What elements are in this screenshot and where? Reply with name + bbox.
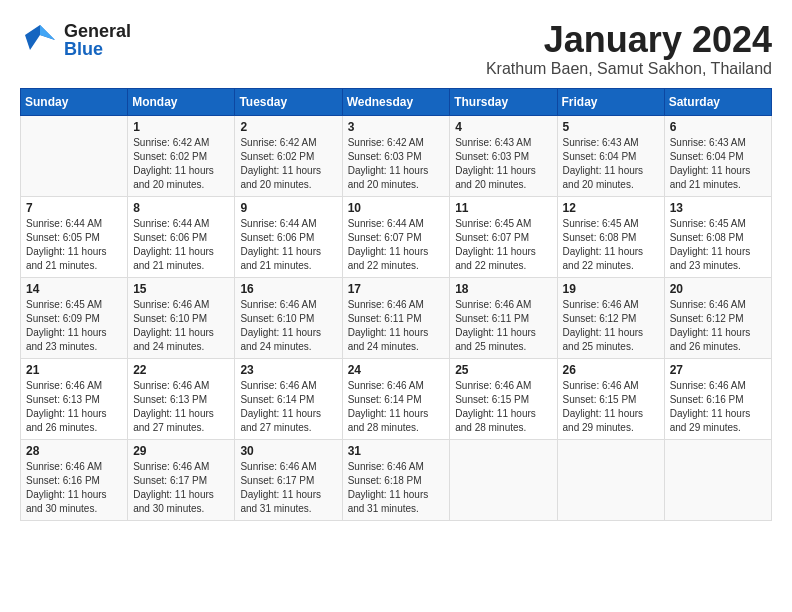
day-number: 17: [348, 282, 445, 296]
day-number: 13: [670, 201, 766, 215]
day-info: Sunrise: 6:44 AM Sunset: 6:05 PM Dayligh…: [26, 217, 122, 273]
calendar-cell: 17Sunrise: 6:46 AM Sunset: 6:11 PM Dayli…: [342, 277, 450, 358]
day-info: Sunrise: 6:46 AM Sunset: 6:14 PM Dayligh…: [348, 379, 445, 435]
day-number: 26: [563, 363, 659, 377]
calendar-cell: 24Sunrise: 6:46 AM Sunset: 6:14 PM Dayli…: [342, 358, 450, 439]
calendar-body: 1Sunrise: 6:42 AM Sunset: 6:02 PM Daylig…: [21, 115, 772, 520]
calendar-week-row: 21Sunrise: 6:46 AM Sunset: 6:13 PM Dayli…: [21, 358, 772, 439]
day-info: Sunrise: 6:46 AM Sunset: 6:15 PM Dayligh…: [455, 379, 551, 435]
day-info: Sunrise: 6:46 AM Sunset: 6:14 PM Dayligh…: [240, 379, 336, 435]
day-number: 1: [133, 120, 229, 134]
day-info: Sunrise: 6:43 AM Sunset: 6:04 PM Dayligh…: [563, 136, 659, 192]
day-number: 4: [455, 120, 551, 134]
day-number: 14: [26, 282, 122, 296]
day-number: 30: [240, 444, 336, 458]
calendar-cell: 23Sunrise: 6:46 AM Sunset: 6:14 PM Dayli…: [235, 358, 342, 439]
day-number: 23: [240, 363, 336, 377]
day-number: 21: [26, 363, 122, 377]
calendar-cell: 26Sunrise: 6:46 AM Sunset: 6:15 PM Dayli…: [557, 358, 664, 439]
day-number: 31: [348, 444, 445, 458]
logo-general-text: General: [64, 22, 131, 40]
calendar-cell: 15Sunrise: 6:46 AM Sunset: 6:10 PM Dayli…: [128, 277, 235, 358]
calendar-cell: 27Sunrise: 6:46 AM Sunset: 6:16 PM Dayli…: [664, 358, 771, 439]
calendar-cell: 30Sunrise: 6:46 AM Sunset: 6:17 PM Dayli…: [235, 439, 342, 520]
calendar-cell: [21, 115, 128, 196]
month-title: January 2024: [486, 20, 772, 60]
logo-text: General Blue: [64, 22, 131, 58]
day-info: Sunrise: 6:45 AM Sunset: 6:09 PM Dayligh…: [26, 298, 122, 354]
calendar-header: SundayMondayTuesdayWednesdayThursdayFrid…: [21, 88, 772, 115]
day-number: 16: [240, 282, 336, 296]
day-info: Sunrise: 6:46 AM Sunset: 6:16 PM Dayligh…: [26, 460, 122, 516]
calendar-cell: 9Sunrise: 6:44 AM Sunset: 6:06 PM Daylig…: [235, 196, 342, 277]
day-of-week-header: Monday: [128, 88, 235, 115]
day-info: Sunrise: 6:46 AM Sunset: 6:11 PM Dayligh…: [348, 298, 445, 354]
day-info: Sunrise: 6:46 AM Sunset: 6:11 PM Dayligh…: [455, 298, 551, 354]
calendar-cell: 8Sunrise: 6:44 AM Sunset: 6:06 PM Daylig…: [128, 196, 235, 277]
day-of-week-header: Thursday: [450, 88, 557, 115]
day-number: 22: [133, 363, 229, 377]
calendar-cell: [557, 439, 664, 520]
day-info: Sunrise: 6:42 AM Sunset: 6:02 PM Dayligh…: [240, 136, 336, 192]
day-number: 25: [455, 363, 551, 377]
calendar-cell: 1Sunrise: 6:42 AM Sunset: 6:02 PM Daylig…: [128, 115, 235, 196]
calendar-cell: 16Sunrise: 6:46 AM Sunset: 6:10 PM Dayli…: [235, 277, 342, 358]
day-number: 28: [26, 444, 122, 458]
day-of-week-header: Tuesday: [235, 88, 342, 115]
day-number: 2: [240, 120, 336, 134]
calendar-cell: 10Sunrise: 6:44 AM Sunset: 6:07 PM Dayli…: [342, 196, 450, 277]
day-info: Sunrise: 6:43 AM Sunset: 6:04 PM Dayligh…: [670, 136, 766, 192]
calendar-cell: 6Sunrise: 6:43 AM Sunset: 6:04 PM Daylig…: [664, 115, 771, 196]
day-info: Sunrise: 6:46 AM Sunset: 6:10 PM Dayligh…: [133, 298, 229, 354]
day-info: Sunrise: 6:43 AM Sunset: 6:03 PM Dayligh…: [455, 136, 551, 192]
calendar-table: SundayMondayTuesdayWednesdayThursdayFrid…: [20, 88, 772, 521]
calendar-week-row: 14Sunrise: 6:45 AM Sunset: 6:09 PM Dayli…: [21, 277, 772, 358]
calendar-week-row: 1Sunrise: 6:42 AM Sunset: 6:02 PM Daylig…: [21, 115, 772, 196]
day-number: 10: [348, 201, 445, 215]
calendar-cell: 7Sunrise: 6:44 AM Sunset: 6:05 PM Daylig…: [21, 196, 128, 277]
page-header: General Blue January 2024 Krathum Baen, …: [20, 20, 772, 78]
calendar-cell: 18Sunrise: 6:46 AM Sunset: 6:11 PM Dayli…: [450, 277, 557, 358]
day-info: Sunrise: 6:46 AM Sunset: 6:17 PM Dayligh…: [240, 460, 336, 516]
day-info: Sunrise: 6:46 AM Sunset: 6:12 PM Dayligh…: [563, 298, 659, 354]
day-number: 9: [240, 201, 336, 215]
day-number: 11: [455, 201, 551, 215]
day-number: 8: [133, 201, 229, 215]
logo: General Blue: [20, 20, 131, 60]
day-info: Sunrise: 6:46 AM Sunset: 6:13 PM Dayligh…: [133, 379, 229, 435]
calendar-cell: 22Sunrise: 6:46 AM Sunset: 6:13 PM Dayli…: [128, 358, 235, 439]
day-number: 27: [670, 363, 766, 377]
day-info: Sunrise: 6:46 AM Sunset: 6:13 PM Dayligh…: [26, 379, 122, 435]
calendar-cell: 3Sunrise: 6:42 AM Sunset: 6:03 PM Daylig…: [342, 115, 450, 196]
logo-icon: [20, 20, 60, 60]
calendar-cell: [450, 439, 557, 520]
calendar-cell: 19Sunrise: 6:46 AM Sunset: 6:12 PM Dayli…: [557, 277, 664, 358]
day-number: 15: [133, 282, 229, 296]
calendar-week-row: 28Sunrise: 6:46 AM Sunset: 6:16 PM Dayli…: [21, 439, 772, 520]
day-info: Sunrise: 6:45 AM Sunset: 6:08 PM Dayligh…: [670, 217, 766, 273]
day-of-week-header: Wednesday: [342, 88, 450, 115]
calendar-cell: 31Sunrise: 6:46 AM Sunset: 6:18 PM Dayli…: [342, 439, 450, 520]
location-title: Krathum Baen, Samut Sakhon, Thailand: [486, 60, 772, 78]
calendar-cell: 21Sunrise: 6:46 AM Sunset: 6:13 PM Dayli…: [21, 358, 128, 439]
calendar-cell: 5Sunrise: 6:43 AM Sunset: 6:04 PM Daylig…: [557, 115, 664, 196]
day-number: 7: [26, 201, 122, 215]
calendar-cell: 28Sunrise: 6:46 AM Sunset: 6:16 PM Dayli…: [21, 439, 128, 520]
calendar-cell: [664, 439, 771, 520]
day-info: Sunrise: 6:44 AM Sunset: 6:07 PM Dayligh…: [348, 217, 445, 273]
calendar-cell: 11Sunrise: 6:45 AM Sunset: 6:07 PM Dayli…: [450, 196, 557, 277]
day-info: Sunrise: 6:46 AM Sunset: 6:15 PM Dayligh…: [563, 379, 659, 435]
calendar-cell: 2Sunrise: 6:42 AM Sunset: 6:02 PM Daylig…: [235, 115, 342, 196]
day-info: Sunrise: 6:46 AM Sunset: 6:17 PM Dayligh…: [133, 460, 229, 516]
logo-blue-text: Blue: [64, 40, 131, 58]
day-number: 19: [563, 282, 659, 296]
day-info: Sunrise: 6:46 AM Sunset: 6:16 PM Dayligh…: [670, 379, 766, 435]
day-of-week-header: Sunday: [21, 88, 128, 115]
calendar-cell: 13Sunrise: 6:45 AM Sunset: 6:08 PM Dayli…: [664, 196, 771, 277]
calendar-cell: 29Sunrise: 6:46 AM Sunset: 6:17 PM Dayli…: [128, 439, 235, 520]
day-of-week-header: Saturday: [664, 88, 771, 115]
day-info: Sunrise: 6:46 AM Sunset: 6:12 PM Dayligh…: [670, 298, 766, 354]
day-info: Sunrise: 6:44 AM Sunset: 6:06 PM Dayligh…: [133, 217, 229, 273]
calendar-cell: 20Sunrise: 6:46 AM Sunset: 6:12 PM Dayli…: [664, 277, 771, 358]
svg-marker-1: [40, 25, 55, 40]
